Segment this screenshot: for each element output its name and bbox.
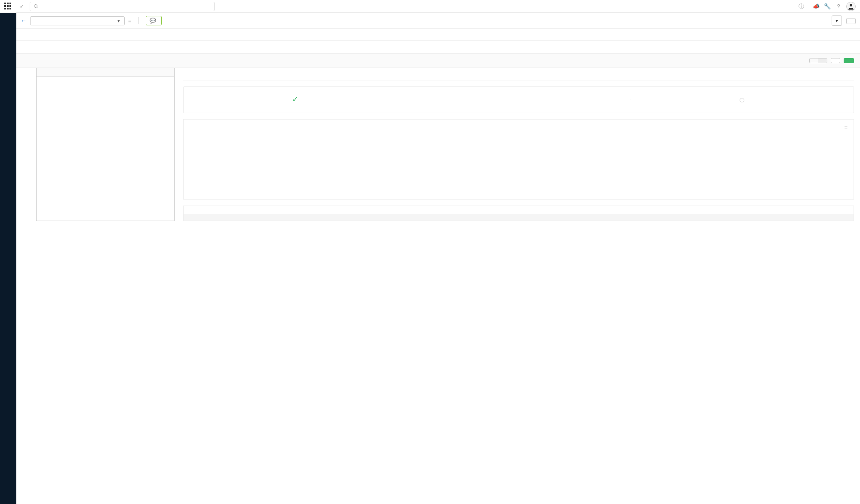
svg-point-2	[850, 4, 852, 6]
col-summary	[351, 214, 854, 221]
tabs-secondary	[16, 41, 860, 54]
user-icon	[847, 3, 855, 10]
chart-area	[190, 135, 848, 195]
events-title	[184, 210, 854, 214]
avatar[interactable]	[846, 2, 856, 11]
content: ← ▼ ≡ 💬 ▾	[16, 13, 860, 504]
info-icon[interactable]: ⓘ	[799, 3, 804, 10]
initiate-profiling-button[interactable]	[844, 58, 854, 63]
search-icon	[34, 4, 39, 9]
topbar: ⤢ ⓘ 📣 🔧 ?	[0, 0, 860, 13]
view-toggle	[809, 58, 827, 63]
chevron-down-icon: ▾	[835, 18, 838, 24]
col-class-name	[37, 68, 105, 77]
body-row: ✓ ⓘ	[16, 68, 860, 227]
expand-icon[interactable]: ⤢	[20, 3, 24, 9]
details-view-toggle[interactable]	[818, 58, 827, 63]
incident-chat-button[interactable]: 💬	[146, 16, 162, 25]
sidebar	[0, 13, 16, 504]
events-card	[183, 206, 854, 221]
chart-svg	[190, 135, 848, 182]
chart-card: ≡	[183, 119, 854, 200]
apps-grid-icon[interactable]	[4, 3, 12, 10]
app-root: ⤢ ⓘ 📣 🔧 ? ←	[0, 0, 860, 504]
date-range-input[interactable]	[846, 18, 856, 24]
stats-card: ✓ ⓘ	[183, 86, 854, 113]
topbar-right: ⓘ 📣 🔧 ?	[794, 2, 856, 11]
memory-objects-table	[36, 68, 175, 221]
chat-icon: 💬	[150, 18, 156, 24]
detail-panel: ✓ ⓘ	[183, 68, 854, 221]
back-arrow-icon[interactable]: ←	[21, 17, 27, 24]
table-view-toggle[interactable]	[810, 58, 818, 63]
object-size-label: ⓘ	[630, 97, 854, 104]
info-icon[interactable]: ⓘ	[740, 98, 744, 103]
announce-icon[interactable]: 📣	[813, 3, 820, 10]
date-view-select[interactable]: ▾	[832, 15, 842, 26]
check-icon: ✓	[184, 95, 407, 104]
section-bar	[16, 54, 860, 68]
detail-title	[183, 68, 854, 72]
host-select[interactable]: ▼	[30, 16, 125, 25]
chevron-down-icon: ▼	[117, 18, 121, 23]
col-time	[184, 214, 351, 221]
svg-point-0	[34, 4, 37, 7]
help-icon[interactable]: ?	[835, 3, 842, 10]
chart-menu-icon[interactable]: ≡	[844, 124, 848, 130]
disable-profiling-button[interactable]	[831, 58, 840, 63]
col-element-count	[105, 68, 174, 77]
detail-tabs	[183, 80, 854, 80]
svg-line-1	[37, 7, 38, 8]
tabs-primary	[16, 29, 860, 41]
subheader: ← ▼ ≡ 💬 ▾	[16, 13, 860, 29]
search-input[interactable]	[30, 2, 215, 11]
wrench-icon[interactable]: 🔧	[824, 3, 831, 10]
hamburger-icon: ≡	[128, 18, 132, 24]
